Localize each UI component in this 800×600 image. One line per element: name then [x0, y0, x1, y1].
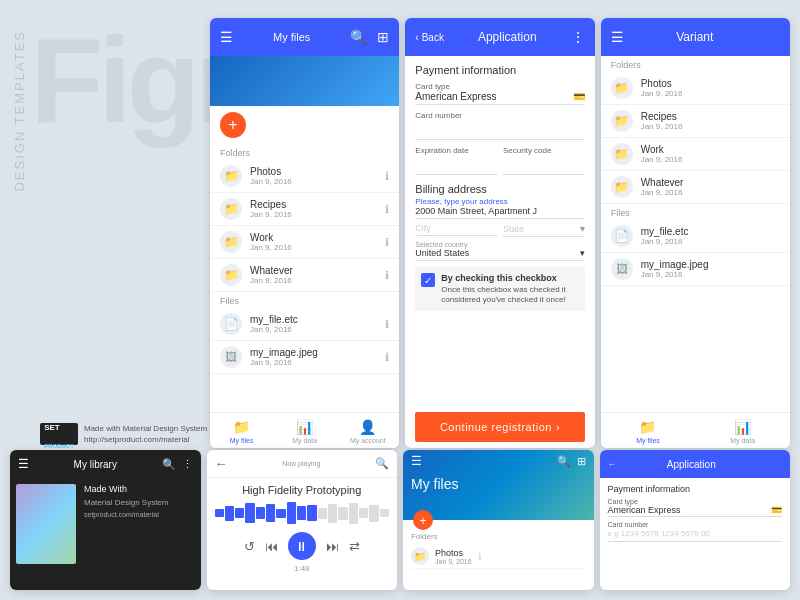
expiration-input[interactable] — [415, 157, 497, 175]
checkbox[interactable]: ✓ — [421, 273, 435, 287]
country-value[interactable]: United States ▾ — [415, 248, 584, 261]
info-icon[interactable]: ℹ — [385, 203, 389, 216]
fab-button[interactable]: + — [220, 112, 246, 138]
phone-application: ‹ Back Application ⋮ Payment information… — [405, 18, 594, 448]
back-button[interactable]: ‹ Back — [415, 32, 444, 43]
waveform-bar — [338, 507, 347, 520]
country-label: Selected country — [415, 241, 584, 248]
image-icon: 🖼 — [220, 346, 242, 368]
nav-my-files[interactable]: 📁 My files — [210, 419, 273, 444]
card-number-placeholder[interactable]: e g 1234 5678 1234 5678 00 — [608, 529, 783, 542]
set-product-branding: SET PRODUCT Made with Material Design Sy… — [40, 423, 207, 445]
info-icon[interactable]: ℹ — [478, 551, 482, 562]
set-product-info: Made with Material Design System http://… — [84, 423, 207, 445]
list-item[interactable]: 🖼 my_image.jpeg Jan 9, 2016 — [601, 253, 790, 286]
shuffle-icon[interactable]: ↺ — [244, 539, 255, 554]
files-section-label: Files — [601, 204, 790, 220]
card-number-label: Card number — [608, 521, 783, 528]
credit-card-icon: 💳 — [573, 91, 585, 102]
more-icon[interactable]: ⋮ — [571, 29, 585, 45]
waveform-bar — [328, 504, 337, 523]
list-item[interactable]: 📁 Work Jan 9, 2016 — [601, 138, 790, 171]
waveform-bar — [235, 508, 244, 518]
bottom-phone-music: ← Now playing 🔍 High Fidelity Prototypin… — [207, 450, 398, 590]
info-icon[interactable]: ℹ — [385, 318, 389, 331]
info-icon[interactable]: ℹ — [385, 269, 389, 282]
phone1-header: ☰ My files 🔍 ⊞ — [210, 18, 399, 56]
hamburger-icon[interactable]: ☰ — [411, 454, 422, 468]
bottom-nav: 📁 My files 📊 My data — [601, 412, 790, 448]
phone2-header: ‹ Back Application ⋮ — [405, 18, 594, 56]
next-icon[interactable]: ⏭ — [326, 539, 339, 554]
info-icon[interactable]: ℹ — [385, 236, 389, 249]
my-files-nav-icon: 📁 — [233, 419, 250, 435]
list-item[interactable]: 📁 Photos Jan 9, 2016 ℹ — [411, 544, 586, 569]
bp1-header: ☰ My library 🔍 ⋮ — [10, 450, 201, 478]
info-icon[interactable]: ℹ — [385, 170, 389, 183]
folder-icon: 📁 — [220, 165, 242, 187]
hamburger-icon[interactable]: ☰ — [220, 29, 233, 45]
billing-title: Billing address — [415, 183, 584, 195]
files-section-label: Files — [210, 292, 399, 308]
repeat-icon[interactable]: ⇄ — [349, 539, 360, 554]
folder-icon: 📁 — [611, 110, 633, 132]
search-icon[interactable]: 🔍 — [350, 29, 367, 45]
phone1-header-icons: 🔍 ⊞ — [350, 29, 389, 45]
info-icon[interactable]: ℹ — [385, 351, 389, 364]
city-input[interactable]: City — [415, 223, 497, 236]
bp4-header: ← Application — [600, 450, 791, 478]
search-icon[interactable]: 🔍 — [162, 458, 176, 471]
list-item[interactable]: 📁 Whatever Jan 9, 2016 — [601, 171, 790, 204]
nav-my-account[interactable]: 👤 My account — [336, 419, 399, 444]
nav-my-data[interactable]: 📊 My data — [273, 419, 336, 444]
state-input[interactable]: State ▾ — [503, 223, 585, 237]
list-item[interactable]: 📁 Photos Jan 9, 2016 — [601, 72, 790, 105]
mockups-row: ☰ My files 🔍 ⊞ + Folders 📁 Photos Jan 9,… — [210, 18, 790, 448]
search-icon[interactable]: 🔍 — [375, 457, 389, 470]
list-item[interactable]: 📄 my_file.etc Jan 9, 2016 — [601, 220, 790, 253]
previous-icon[interactable]: ⏮ — [265, 539, 278, 554]
list-item-text: Work Jan 9, 2016 — [250, 232, 377, 252]
folder-icon: 📁 — [220, 231, 242, 253]
expiry-security-row: Expiration date Security code — [415, 140, 584, 175]
hamburger-icon[interactable]: ☰ — [18, 457, 29, 471]
waveform-bar — [256, 507, 265, 519]
my-account-nav-icon: 👤 — [359, 419, 376, 435]
fab-button[interactable]: + — [413, 510, 433, 530]
card-subtitle: Material Design System — [84, 497, 168, 508]
security-input[interactable] — [503, 157, 585, 175]
nav-my-files[interactable]: 📁 My files — [601, 419, 696, 444]
waveform-bar — [297, 506, 306, 520]
card-link: setproduct.com/material — [84, 511, 168, 518]
title-area: ☰ — [411, 454, 422, 468]
file-icon: 📄 — [220, 313, 242, 335]
waveform-bar — [287, 502, 296, 524]
card-number-input[interactable] — [415, 122, 584, 140]
search-icon[interactable]: 🔍 — [557, 455, 571, 468]
list-item[interactable]: 🖼 my_image.jpeg Jan 9, 2016 ℹ — [210, 341, 399, 374]
waveform-bar — [215, 509, 224, 517]
list-item[interactable]: 📁 Recipes Jan 9, 2016 ℹ — [210, 193, 399, 226]
list-item[interactable]: 📁 Work Jan 9, 2016 ℹ — [210, 226, 399, 259]
back-button[interactable]: ← — [215, 456, 228, 471]
continue-registration-button[interactable]: Continue registration › — [415, 412, 584, 442]
waveform-visualizer — [215, 498, 390, 528]
more-icon[interactable]: ⋮ — [182, 458, 193, 471]
grid-icon[interactable]: ⊞ — [577, 455, 586, 468]
file-icon: 📄 — [611, 225, 633, 247]
list-item[interactable]: 📁 Recipes Jan 9, 2016 — [601, 105, 790, 138]
bp4-content: Payment information Card type American E… — [600, 478, 791, 548]
list-item[interactable]: 📁 Photos Jan 9, 2016 ℹ — [210, 160, 399, 193]
waveform-bar — [276, 509, 285, 518]
list-item-text: Whatever Jan 9, 2016 — [250, 265, 377, 285]
top-bar: ☰ 🔍 ⊞ — [403, 450, 594, 472]
list-item[interactable]: 📄 my_file.etc Jan 9, 2016 ℹ — [210, 308, 399, 341]
card-type-value: American Express 💳 — [415, 91, 584, 105]
play-pause-button[interactable]: ⏸ — [288, 532, 316, 560]
my-data-nav-icon: 📊 — [296, 419, 313, 435]
list-item[interactable]: 📁 Whatever Jan 9, 2016 ℹ — [210, 259, 399, 292]
hamburger-icon[interactable]: ☰ — [611, 29, 624, 45]
back-button[interactable]: ← — [608, 459, 617, 469]
nav-my-data[interactable]: 📊 My data — [695, 419, 790, 444]
grid-icon[interactable]: ⊞ — [377, 29, 389, 45]
